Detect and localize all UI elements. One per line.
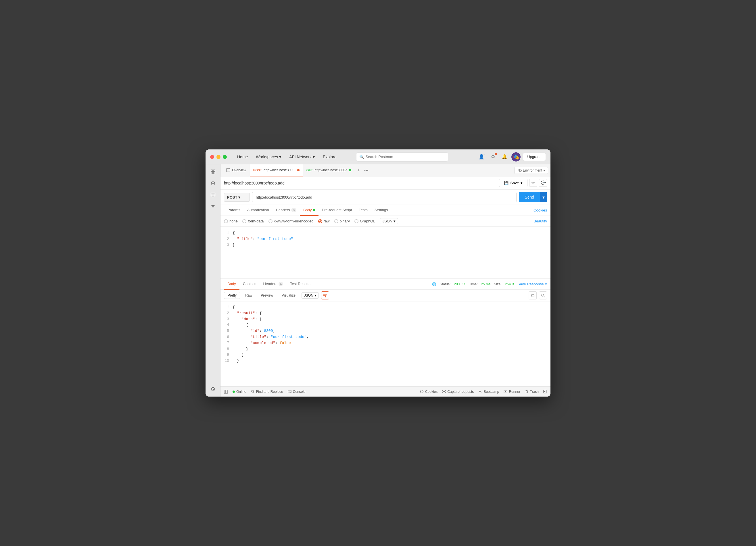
format-pretty-button[interactable]: Pretty <box>224 292 240 299</box>
tab-dot-2 <box>349 169 351 171</box>
req-tab-pre-request[interactable]: Pre-request Script <box>318 205 356 216</box>
body-none-radio[interactable] <box>224 219 228 223</box>
settings-button[interactable]: ⚙ <box>488 152 498 162</box>
nav-home[interactable]: Home <box>234 153 251 161</box>
body-formdata-option[interactable]: form-data <box>242 219 264 223</box>
status-console[interactable]: Console <box>288 390 306 394</box>
search-response-button[interactable] <box>539 291 547 299</box>
wrap-lines-button[interactable] <box>321 291 329 299</box>
url-bar: POST ▾ Send ▾ <box>220 190 550 205</box>
response-time: 25 ms <box>481 282 490 286</box>
format-visualize-button[interactable]: Visualize <box>278 292 299 299</box>
svg-rect-8 <box>532 295 534 297</box>
comment-icon[interactable]: 💬 <box>539 179 547 187</box>
new-tab-button[interactable]: + <box>355 167 362 173</box>
body-options: none form-data x-www-form-urlencoded raw… <box>220 216 550 227</box>
environment-selector[interactable]: No Environment ▾ <box>514 167 548 174</box>
format-preview-button[interactable]: Preview <box>257 292 277 299</box>
body-urlencoded-option[interactable]: x-www-form-urlencoded <box>268 219 314 223</box>
body-raw-radio[interactable] <box>318 219 322 223</box>
sidebar-history-icon[interactable] <box>208 384 218 394</box>
upgrade-button[interactable]: Upgrade <box>523 153 546 161</box>
sidebar-collections-icon[interactable] <box>208 167 218 177</box>
maximize-button[interactable] <box>223 155 227 159</box>
content-area: Overview POST http://localhost:3000/ GET… <box>220 164 550 397</box>
status-bootcamp[interactable]: Bootcamp <box>478 390 499 394</box>
nav-workspaces[interactable]: Workspaces ▾ <box>252 153 285 161</box>
tab-get-request[interactable]: GET http://localhost:3000/t <box>303 164 355 176</box>
sidebar-api-icon[interactable] <box>208 178 218 189</box>
svg-point-15 <box>422 392 423 392</box>
status-sidebar-toggle[interactable] <box>224 390 228 394</box>
send-button[interactable]: Send <box>519 192 540 202</box>
request-body-editor[interactable]: 1 2 3 { "title": "our first todo" } <box>220 227 550 278</box>
status-runner[interactable]: Runner <box>504 390 520 394</box>
tab-post-request[interactable]: POST http://localhost:3000/ <box>250 164 303 176</box>
add-user-button[interactable]: 👤 + <box>477 152 486 162</box>
body-graphql-radio[interactable] <box>354 219 358 223</box>
req-tab-headers[interactable]: Headers 8 <box>273 205 300 216</box>
response-json-selector[interactable]: JSON ▾ <box>302 292 319 299</box>
status-capture[interactable]: Capture requests <box>442 390 474 394</box>
resp-tab-test-results[interactable]: Test Results <box>287 279 314 290</box>
body-graphql-option[interactable]: GraphQL <box>354 219 375 223</box>
url-input[interactable] <box>252 192 517 202</box>
body-binary-option[interactable]: binary <box>334 219 350 223</box>
search-bar[interactable]: 🔍 <box>356 152 448 162</box>
status-trash[interactable]: Trash <box>525 390 539 394</box>
nav-explore[interactable]: Explore <box>319 153 340 161</box>
save-response-button[interactable]: Save Response ▾ <box>517 282 547 286</box>
resp-tab-body[interactable]: Body <box>224 279 239 290</box>
edit-icon[interactable]: ✏ <box>529 179 537 187</box>
cookies-link[interactable]: Cookies <box>534 208 547 212</box>
beautify-button[interactable]: Beautify <box>534 219 547 223</box>
svg-point-17 <box>444 391 445 392</box>
nav-api-network[interactable]: API Network ▾ <box>286 153 318 161</box>
req-tab-tests[interactable]: Tests <box>355 205 371 216</box>
body-none-option[interactable]: none <box>224 219 238 223</box>
search-input[interactable] <box>366 155 445 159</box>
headers-badge: 8 <box>291 208 296 212</box>
avatar-icon: 🎭 <box>513 154 519 160</box>
chevron-down-icon: ▾ <box>313 155 315 159</box>
tabs-bar: Overview POST http://localhost:3000/ GET… <box>220 164 550 176</box>
response-actions <box>529 291 547 299</box>
body-formdata-radio[interactable] <box>242 219 246 223</box>
more-tabs-button[interactable]: ••• <box>362 168 370 173</box>
status-online[interactable]: Online <box>233 390 246 394</box>
minimize-button[interactable] <box>216 155 220 159</box>
sidebar <box>206 164 220 397</box>
format-raw-button[interactable]: Raw <box>241 292 256 299</box>
body-urlencoded-radio[interactable] <box>268 219 273 223</box>
resp-tab-headers[interactable]: Headers 6 <box>260 279 287 290</box>
method-selector[interactable]: POST ▾ <box>224 193 250 202</box>
sidebar-monitor-icon[interactable] <box>208 190 218 200</box>
req-tab-authorization[interactable]: Authorization <box>244 205 273 216</box>
copy-response-button[interactable] <box>529 291 537 299</box>
json-type-selector[interactable]: JSON ▾ <box>380 218 398 224</box>
resp-line-numbers: 1 2 3 4 5 6 7 8 9 10 <box>224 304 233 364</box>
save-icon: 💾 <box>504 181 509 185</box>
notifications-button[interactable]: 🔔 <box>500 152 509 162</box>
status-layout-toggle[interactable] <box>543 390 547 394</box>
send-dropdown-button[interactable]: ▾ <box>540 192 547 202</box>
body-binary-radio[interactable] <box>334 219 338 223</box>
req-tab-params[interactable]: Params <box>224 205 244 216</box>
save-dropdown-icon: ▾ <box>521 181 523 185</box>
globe-icon: 🌐 <box>432 282 436 286</box>
req-tab-body[interactable]: Body <box>300 205 318 216</box>
avatar-button[interactable]: 🎭 <box>511 152 521 162</box>
app-window: Home Workspaces ▾ API Network ▾ Explore … <box>206 149 550 397</box>
body-raw-option[interactable]: raw <box>318 219 330 223</box>
status-cookies[interactable]: Cookies <box>420 390 438 394</box>
request-tabs: Params Authorization Headers 8 Body Pre-… <box>220 205 550 216</box>
sidebar-flows-icon[interactable] <box>208 201 218 212</box>
status-find-replace[interactable]: Find and Replace <box>251 390 283 394</box>
svg-rect-3 <box>213 172 215 174</box>
resp-tab-cookies[interactable]: Cookies <box>239 279 260 290</box>
save-button[interactable]: 💾 Save ▾ <box>499 179 527 187</box>
tab-overview[interactable]: Overview <box>223 164 250 176</box>
close-button[interactable] <box>210 155 214 159</box>
svg-rect-1 <box>213 170 215 172</box>
req-tab-settings[interactable]: Settings <box>371 205 392 216</box>
